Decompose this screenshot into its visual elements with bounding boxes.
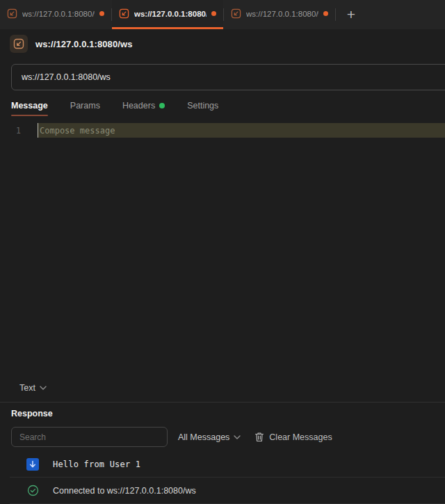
app-window: ws://127.0.0.1:8080/ws ws://127.0.0.1:80… xyxy=(0,0,445,504)
request-header: ws://127.0.0.1:8080/ws xyxy=(0,29,445,57)
request-section-tabs: Message Params Headers Settings xyxy=(0,92,445,118)
received-arrow-icon xyxy=(26,458,39,471)
format-label: Text xyxy=(19,383,35,393)
request-title: ws://127.0.0.1:8080/ws xyxy=(35,39,133,49)
unsaved-changes-dot xyxy=(323,11,328,16)
tab-message[interactable]: Message xyxy=(11,92,48,118)
websocket-request-icon xyxy=(10,35,28,53)
editor-line[interactable]: 1 Compose message xyxy=(0,123,445,138)
tab-params-label: Params xyxy=(70,101,100,111)
chevron-down-icon xyxy=(234,435,241,439)
unsaved-changes-dot xyxy=(211,11,216,16)
clear-messages-label: Clear Messages xyxy=(269,432,332,442)
new-tab-button[interactable]: + xyxy=(336,0,366,29)
unsaved-changes-dot xyxy=(99,11,104,16)
response-section: Response All Messages Clear Messages xyxy=(0,403,445,504)
websocket-icon xyxy=(231,8,241,19)
tab-message-label: Message xyxy=(11,101,48,111)
tab-bar: ws://127.0.0.1:8080/ws ws://127.0.0.1:80… xyxy=(0,0,445,29)
filter-label: All Messages xyxy=(178,432,229,442)
connected-check-icon xyxy=(26,485,39,497)
tab-title: ws://127.0.0.1:8080/ws xyxy=(22,10,95,18)
url-row xyxy=(0,57,445,92)
tab-headers-label: Headers xyxy=(122,101,155,111)
clear-messages-button[interactable]: Clear Messages xyxy=(254,432,332,442)
message-filter-dropdown[interactable]: All Messages xyxy=(178,432,241,442)
tab-title: ws://127.0.0.1:8080/ws xyxy=(246,10,318,18)
tab-title: ws://127.0.0.1:8080/ws xyxy=(134,10,207,18)
compose-placeholder: Compose message xyxy=(38,126,115,136)
tab-params[interactable]: Params xyxy=(70,92,100,118)
composer-footer: Text xyxy=(0,374,445,402)
tab-headers[interactable]: Headers xyxy=(122,92,165,118)
message-row-connected[interactable]: Connected to ws://127.0.0.1:8080/ws xyxy=(0,478,445,503)
request-tab-1[interactable]: ws://127.0.0.1:8080/ws xyxy=(0,0,111,29)
message-list: Hello from User 1 Connected to ws://127.… xyxy=(0,451,445,504)
tab-settings[interactable]: Settings xyxy=(187,92,218,118)
search-input[interactable] xyxy=(11,427,168,447)
websocket-icon xyxy=(7,8,17,19)
message-format-dropdown[interactable]: Text xyxy=(19,383,47,393)
response-controls: All Messages Clear Messages xyxy=(11,427,434,447)
message-row-received[interactable]: Hello from User 1 xyxy=(0,451,445,477)
message-text: Hello from User 1 xyxy=(53,460,140,469)
tab-settings-label: Settings xyxy=(187,101,218,111)
url-input[interactable] xyxy=(11,64,445,90)
message-text: Connected to ws://127.0.0.1:8080/ws xyxy=(53,486,196,496)
chevron-down-icon xyxy=(40,386,47,390)
headers-active-dot xyxy=(159,103,165,108)
request-tab-2-active[interactable]: ws://127.0.0.1:8080/ws xyxy=(112,0,223,29)
line-number: 1 xyxy=(0,126,29,136)
request-tab-3[interactable]: ws://127.0.0.1:8080/ws xyxy=(224,0,335,29)
response-title: Response xyxy=(0,409,445,418)
websocket-icon xyxy=(119,8,129,19)
trash-icon xyxy=(254,432,264,442)
message-editor[interactable]: 1 Compose message xyxy=(0,118,445,374)
